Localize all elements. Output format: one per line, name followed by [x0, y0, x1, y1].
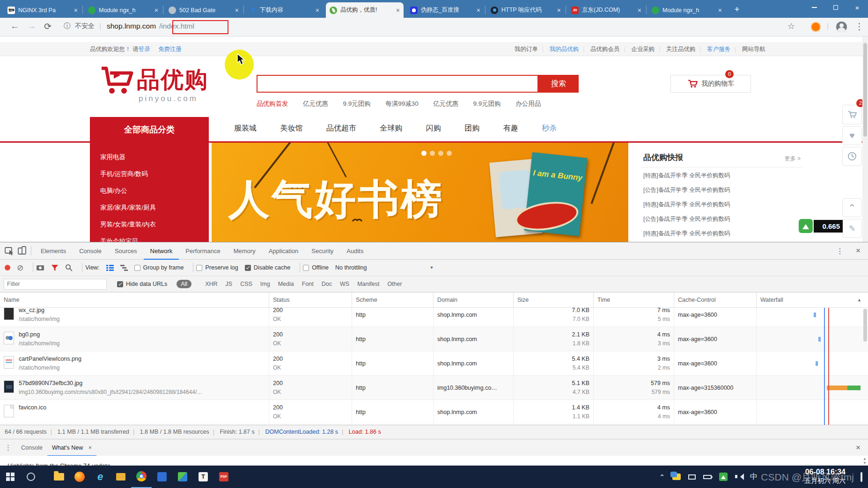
- carousel-dots[interactable]: [421, 149, 455, 158]
- preserve-log-checkbox[interactable]: [196, 265, 202, 271]
- topbar-link-member[interactable]: 品优购会员: [590, 46, 620, 52]
- inspect-element-icon[interactable]: [5, 246, 15, 255]
- carousel-dot[interactable]: [438, 151, 443, 156]
- carousel-dot[interactable]: [430, 151, 435, 156]
- tab-close-icon[interactable]: ×: [316, 7, 319, 14]
- hot-link[interactable]: 亿元优惠: [433, 100, 458, 107]
- filter-type[interactable]: Doc: [322, 281, 332, 287]
- devtools-close-icon[interactable]: ×: [856, 246, 861, 255]
- window-minimize-button[interactable]: [803, 0, 825, 15]
- history-button[interactable]: [842, 147, 862, 166]
- filter-type-all[interactable]: All: [177, 280, 191, 288]
- filter-type[interactable]: CSS: [240, 281, 252, 287]
- devtools-tab-security[interactable]: Security: [305, 242, 340, 260]
- group-by-frame-checkbox[interactable]: [134, 265, 140, 271]
- taskbar-image-app[interactable]: [172, 466, 193, 488]
- devtools-tab-sources[interactable]: Sources: [108, 242, 144, 260]
- topbar-link-service[interactable]: 客户服务: [707, 46, 730, 52]
- tab-close-icon[interactable]: ×: [74, 7, 78, 14]
- url-host[interactable]: shop.lnmp.com: [107, 22, 156, 30]
- waterfall-view-icon[interactable]: [120, 264, 128, 271]
- network-request-row[interactable]: favicon.ico 200OK http shop.lnmp.com 1.4…: [0, 400, 868, 424]
- forward-icon[interactable]: →: [27, 21, 36, 31]
- news-item[interactable]: [特惠]备战开学季 全民半价购数码: [643, 230, 730, 238]
- logo-cart-icon[interactable]: [100, 66, 136, 97]
- sort-ascending-icon[interactable]: ▲: [857, 292, 861, 308]
- nav-item-seckill[interactable]: 秒杀: [542, 124, 557, 132]
- filter-type[interactable]: Media: [278, 281, 294, 287]
- search-input[interactable]: [257, 75, 538, 93]
- hot-link[interactable]: 品优购首发: [257, 100, 288, 107]
- news-item[interactable]: [公告]备战开学季 全民半价购数码: [643, 215, 730, 223]
- devtools-tab-network[interactable]: Network: [144, 242, 179, 260]
- carousel-dot-active[interactable]: [421, 151, 427, 156]
- nav-item[interactable]: 团购: [464, 124, 479, 132]
- tab-close-icon[interactable]: ×: [557, 7, 561, 14]
- topbar-link-follow[interactable]: 关注品优购: [666, 46, 696, 52]
- throttling-dropdown-icon[interactable]: ▼: [429, 265, 434, 270]
- browser-tab[interactable]: JD 京东(JD.COM) ×: [567, 2, 645, 18]
- carousel-dot[interactable]: [447, 151, 452, 156]
- devtools-menu-icon[interactable]: ⋮: [836, 247, 844, 255]
- reload-icon[interactable]: ⟳: [44, 21, 51, 32]
- hot-link[interactable]: 每满99减30: [385, 100, 419, 107]
- start-button[interactable]: [0, 466, 21, 488]
- info-icon[interactable]: ⓘ: [64, 22, 70, 30]
- column-header-domain[interactable]: Domain: [434, 292, 514, 308]
- tab-close-icon[interactable]: ×: [477, 7, 480, 14]
- browser-tab[interactable]: 502 Bad Gate ×: [165, 2, 243, 18]
- topbar-link-my-pinyou[interactable]: 我的品优购: [550, 46, 579, 52]
- devtools-tab-performance[interactable]: Performance: [179, 242, 227, 260]
- security-label[interactable]: 不安全: [75, 22, 95, 30]
- topbar-link-enterprise[interactable]: 企业采购: [631, 46, 655, 52]
- offline-checkbox[interactable]: [303, 265, 309, 271]
- browser-tab[interactable]: 伪静态_百度搜 ×: [406, 2, 484, 18]
- tray-messaging-icon[interactable]: [672, 473, 681, 480]
- browser-tab[interactable]: HTTP 响应代码 ×: [487, 2, 565, 18]
- tray-battery-icon[interactable]: [703, 475, 712, 479]
- category-item[interactable]: 男装/女装/童装/内衣: [100, 216, 209, 233]
- page-scrollbar-thumb[interactable]: [863, 43, 867, 137]
- network-request-row[interactable]: bg0.png /static/home/img 200OK http shop…: [0, 327, 868, 351]
- search-icon[interactable]: [65, 264, 73, 271]
- feedback-button[interactable]: ✎: [842, 219, 862, 238]
- filter-type[interactable]: Font: [302, 281, 314, 287]
- nav-item[interactable]: 美妆馆: [280, 124, 302, 132]
- drawer-scrollbar-arrows[interactable]: ▲▼: [863, 457, 867, 465]
- taskbar-mail-app[interactable]: [110, 466, 131, 488]
- filter-type[interactable]: Other: [387, 281, 402, 287]
- column-header-cache-control[interactable]: Cache-Control: [674, 292, 757, 308]
- category-item[interactable]: 美妆个护宝贝: [100, 233, 209, 242]
- tray-update-icon[interactable]: [719, 473, 728, 481]
- network-filter-input[interactable]: [4, 279, 107, 290]
- my-cart-button[interactable]: 我的购物车: [670, 75, 751, 93]
- network-request-row[interactable]: 57bd9890N73efbc30.jpg img10.360buyimg.co…: [0, 376, 868, 400]
- bookmark-star-icon[interactable]: ☆: [787, 21, 795, 31]
- disable-cache-checkbox[interactable]: ✓: [245, 265, 251, 271]
- news-item[interactable]: [特惠]备战开学季 全民半价购数码: [643, 172, 730, 180]
- column-header-name[interactable]: Name: [0, 292, 269, 308]
- hot-link[interactable]: 亿元优惠: [303, 100, 328, 107]
- browser-tab[interactable]: 暂停 NGINX 3rd Pa ×: [4, 2, 81, 18]
- search-button[interactable]: 搜索: [538, 75, 579, 93]
- window-close-button[interactable]: ×: [846, 0, 868, 15]
- category-item[interactable]: 电脑/办公: [100, 182, 209, 199]
- browser-tab[interactable]: Module ngx_h ×: [648, 2, 726, 18]
- filter-type[interactable]: Img: [260, 281, 270, 287]
- login-link[interactable]: 登录: [138, 46, 150, 52]
- network-request-row[interactable]: wx_cz.jpg /static/home/img 200OK http sh…: [0, 308, 868, 327]
- device-toolbar-icon[interactable]: [18, 246, 26, 255]
- extension-icon[interactable]: [811, 22, 821, 32]
- ime-indicator[interactable]: 中: [750, 472, 758, 482]
- list-view-icon[interactable]: [106, 264, 114, 271]
- drawer-close-icon[interactable]: ×: [856, 443, 861, 452]
- action-center-button[interactable]: [861, 473, 862, 481]
- topbar-link-sitemap[interactable]: 网站导航: [742, 46, 765, 52]
- register-link[interactable]: 免费注册: [158, 46, 182, 52]
- devtools-tab-audits[interactable]: Audits: [340, 242, 370, 260]
- drawer-tab-console[interactable]: Console: [16, 439, 47, 456]
- category-item[interactable]: 家用电器: [100, 149, 209, 166]
- devtools-tab-elements[interactable]: Elements: [34, 242, 73, 260]
- hide-data-urls-checkbox[interactable]: ✓: [117, 281, 123, 287]
- drawer-menu-icon[interactable]: ⋮: [5, 444, 12, 452]
